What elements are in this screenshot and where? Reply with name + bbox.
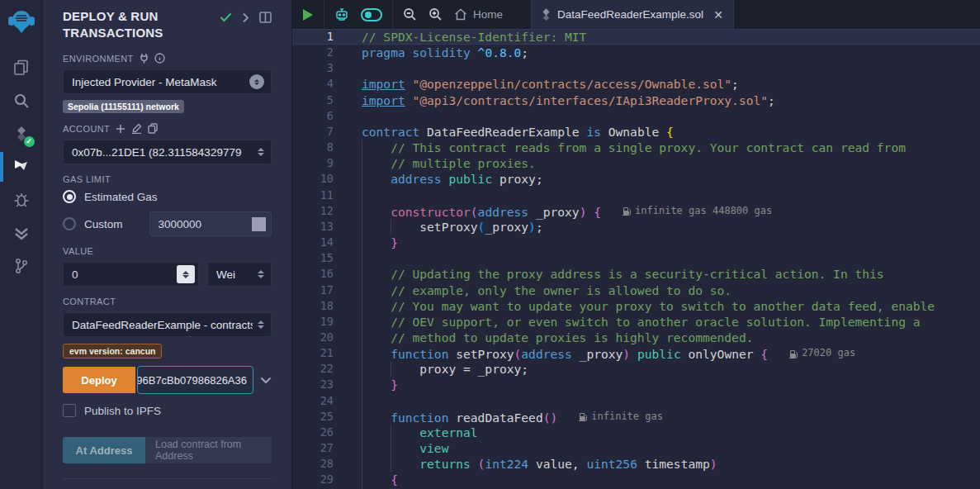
code-line[interactable]: 4import "@openzeppelin/contracts/access/… [292,76,980,92]
at-address-button[interactable]: At Address [63,437,145,463]
code-line[interactable]: 1// SPDX-License-Identifier: MIT [292,29,980,45]
line-number: 22 [292,361,345,377]
file-tab[interactable]: DataFeedReaderExample.sol ✕ [531,0,734,29]
code-line[interactable]: 8 // This contract reads from a single p… [292,140,980,155]
deploy-argument-input[interactable]: 0947396B7cBb07986826A36 [137,366,253,394]
select-arrows-icon [249,74,264,89]
indent-guide [391,456,391,472]
line-number: 10 [292,171,345,187]
transactions-recorded-section[interactable]: Transactions recorded ❯ [63,478,272,489]
code-line[interactable]: 20 // method to update proxies is highly… [292,330,980,345]
line-number: 28 [292,456,345,472]
remix-ide: ✓ DEPLOY & RUN [0,0,980,489]
zoom-out-icon[interactable] [403,7,417,21]
indent-guide [391,440,391,456]
network-badge: Sepolia (11155111) network [63,100,184,113]
indent-guide [362,282,362,298]
code-line[interactable]: 23 } [292,377,980,392]
code-line[interactable]: 27 view [292,440,980,456]
line-number: 13 [292,219,345,235]
value-spinner[interactable] [177,265,195,283]
publish-ipfs-checkbox[interactable] [63,404,76,417]
line-number: 16 [292,266,345,282]
copy-icon[interactable] [148,123,158,134]
zoom-in-icon[interactable] [428,7,443,21]
chevron-right-icon[interactable] [242,12,249,23]
line-number: 12 [292,203,345,219]
code-line[interactable]: 18 // You may want to update your proxy … [292,298,980,314]
run-script-icon[interactable] [302,8,314,21]
custom-gas-radio[interactable] [63,217,76,230]
indent-guide [362,456,362,472]
toggle-icon[interactable] [361,8,382,21]
account-select[interactable]: 0x07b...21DE1 (82.311584329779 [63,140,272,164]
code-line[interactable]: 7contract DataFeedReaderExample is Ownab… [292,124,980,140]
code-line[interactable]: 6 [292,108,980,124]
code-line[interactable]: 26 external [292,425,980,440]
info-icon[interactable] [154,53,165,64]
deploy-run-icon[interactable] [0,150,43,183]
code-line[interactable]: 10 address public proxy; [292,171,980,187]
value-unit-select[interactable]: Wei [207,262,272,287]
static-analysis-icon[interactable] [0,216,43,249]
at-address-input[interactable]: Load contract from Address [145,437,272,463]
contract-label: CONTRACT [63,297,272,306]
contract-select[interactable]: DataFeedReaderExample - contracts [63,312,272,337]
estimated-gas-radio[interactable] [63,190,76,203]
code-line[interactable]: 29 { [292,472,980,487]
indent-guide [362,409,362,425]
code-line[interactable]: 9 // multiple proxies. [292,155,980,171]
line-number: 23 [292,377,345,392]
plus-icon[interactable] [116,124,125,134]
debugger-icon[interactable] [0,183,43,216]
edit-icon[interactable] [131,123,142,134]
indent-guide [362,171,362,187]
environment-select[interactable]: Injected Provider - MetaMask [63,69,272,94]
file-explorer-icon[interactable] [0,51,43,84]
value-input[interactable]: 0 [63,262,199,287]
code-line[interactable]: 22 proxy = _proxy; [292,361,980,377]
robot-icon[interactable] [334,7,349,21]
code-line[interactable]: 21 function setProxy(address _proxy) pub… [292,345,980,361]
code-line[interactable]: 14 } [292,235,980,250]
indent-guide [362,314,362,330]
code-line[interactable]: 12 constructor(address _proxy) {infinite… [292,203,980,219]
code-line[interactable]: 17 // example, only the owner is allowed… [292,282,980,298]
search-icon[interactable] [0,84,43,117]
indent-guide [391,425,391,440]
publish-ipfs-label: Publish to IPFS [84,405,161,417]
code-line[interactable]: 3 [292,60,980,76]
home-tab[interactable]: Home [454,8,503,21]
code-line[interactable]: 11 [292,188,980,203]
environment-label: ENVIRONMENT [63,53,272,64]
line-number: 26 [292,425,345,440]
tab-filename: DataFeedReaderExample.sol [557,8,703,21]
custom-gas-input[interactable]: 3000000 [149,211,272,236]
code-line[interactable]: 24 [292,393,980,409]
indent-guide [362,266,362,282]
close-icon[interactable]: ✕ [713,8,723,21]
plug-icon[interactable] [140,53,149,64]
code-line[interactable]: 15 [292,250,980,266]
line-number: 29 [292,472,345,487]
indent-guide [391,361,391,377]
split-view-icon[interactable] [259,12,272,23]
code-line[interactable]: 25 function readDataFeed()infinite gas [292,409,980,425]
deploy-button[interactable]: Deploy [63,367,135,393]
remix-logo[interactable] [7,7,36,36]
code-line[interactable]: 28 returns (int224 value, uint256 timest… [292,456,980,472]
code-line[interactable]: 5import "@api3/contracts/interfaces/IApi… [292,93,980,108]
chevron-down-icon[interactable] [260,377,272,384]
code-line[interactable]: 16 // Updating the proxy address is a se… [292,266,980,282]
code-line[interactable]: 19 // OEV support, or even switch to ano… [292,314,980,330]
indent-guide [362,203,362,219]
solidity-compiler-icon[interactable]: ✓ [0,117,43,150]
code-line[interactable]: 2pragma solidity ^0.8.0; [292,45,980,60]
code-line[interactable]: 13 setProxy(_proxy); [292,219,980,235]
line-number: 1 [292,29,345,45]
indent-guide [362,425,362,440]
code-area[interactable]: 1// SPDX-License-Identifier: MIT2pragma … [292,29,980,489]
line-number: 15 [292,250,345,266]
indent-guide [362,361,362,377]
git-icon[interactable] [0,249,43,282]
